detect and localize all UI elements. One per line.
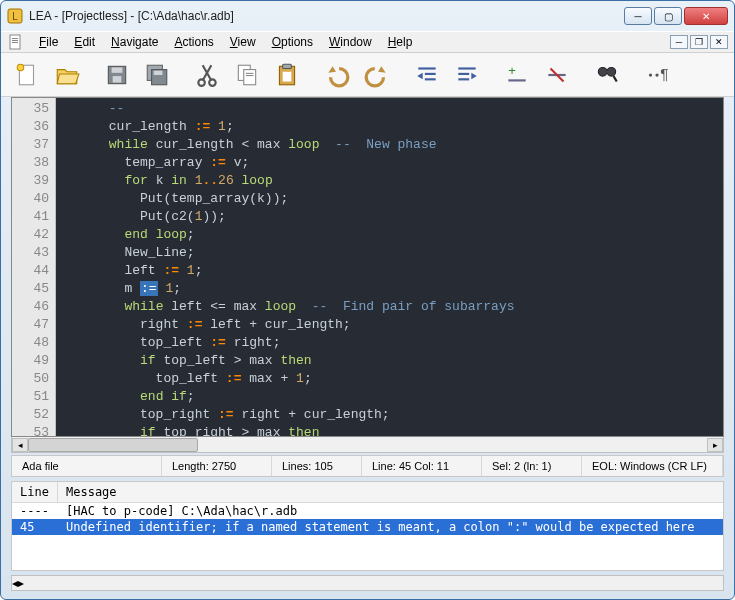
menu-window[interactable]: Window bbox=[321, 33, 380, 51]
svg-text:¶: ¶ bbox=[660, 65, 668, 82]
message-panel: Line Message ----[HAC to p-code] C:\Ada\… bbox=[11, 481, 724, 571]
toolbar: + ¶ bbox=[1, 53, 734, 97]
svg-rect-27 bbox=[458, 72, 469, 74]
code-editor[interactable]: 3536373839404142434445464748495051525354… bbox=[11, 97, 724, 437]
message-rows: ----[HAC to p-code] C:\Ada\hac\r.adb45Un… bbox=[12, 503, 723, 570]
menubar: File Edit Navigate Actions View Options … bbox=[1, 31, 734, 53]
svg-rect-23 bbox=[418, 67, 435, 69]
statusbar: Ada file Length: 2750 Lines: 105 Line: 4… bbox=[11, 455, 724, 477]
svg-point-35 bbox=[649, 73, 652, 76]
menu-options[interactable]: Options bbox=[264, 33, 321, 51]
svg-point-36 bbox=[655, 73, 658, 76]
messages-header-message[interactable]: Message bbox=[58, 482, 723, 502]
app-icon: L bbox=[7, 8, 23, 24]
scroll-left-button[interactable]: ◂ bbox=[12, 438, 28, 452]
menu-help[interactable]: Help bbox=[380, 33, 421, 51]
svg-rect-28 bbox=[458, 78, 469, 80]
messages-header-line[interactable]: Line bbox=[12, 482, 58, 502]
save-all-button[interactable] bbox=[139, 57, 175, 93]
message-row[interactable]: 45Undefined identifier; if a named state… bbox=[12, 519, 723, 535]
app-window: L LEA - [Projectless] - [C:\Ada\hac\r.ad… bbox=[0, 0, 735, 600]
svg-rect-22 bbox=[283, 71, 292, 81]
titlebar[interactable]: L LEA - [Projectless] - [C:\Ada\hac\r.ad… bbox=[1, 1, 734, 31]
svg-rect-25 bbox=[425, 78, 436, 80]
svg-text:L: L bbox=[12, 11, 18, 22]
maximize-button[interactable]: ▢ bbox=[654, 7, 682, 25]
status-selection: Sel: 2 (ln: 1) bbox=[482, 456, 582, 476]
svg-rect-21 bbox=[283, 64, 292, 68]
messages-hscrollbar[interactable]: ◂ ▸ bbox=[11, 575, 724, 591]
svg-point-33 bbox=[607, 67, 616, 76]
svg-point-7 bbox=[17, 64, 24, 70]
svg-point-32 bbox=[598, 67, 607, 76]
cut-button[interactable] bbox=[189, 57, 225, 93]
scroll-thumb[interactable] bbox=[28, 438, 198, 452]
svg-rect-5 bbox=[12, 42, 18, 43]
svg-rect-4 bbox=[12, 40, 18, 41]
mdi-close-button[interactable]: ✕ bbox=[710, 35, 728, 49]
copy-button[interactable] bbox=[229, 57, 265, 93]
svg-rect-9 bbox=[112, 67, 123, 72]
menu-file[interactable]: File bbox=[31, 33, 66, 51]
indent-button[interactable] bbox=[409, 57, 445, 93]
svg-point-15 bbox=[209, 79, 216, 86]
editor-hscrollbar[interactable]: ◂ ▸ bbox=[11, 437, 724, 453]
status-lines: Lines: 105 bbox=[272, 456, 362, 476]
menu-view[interactable]: View bbox=[222, 33, 264, 51]
svg-rect-10 bbox=[113, 76, 122, 83]
open-file-button[interactable] bbox=[49, 57, 85, 93]
outdent-button[interactable] bbox=[449, 57, 485, 93]
svg-rect-34 bbox=[606, 70, 608, 72]
close-button[interactable]: ✕ bbox=[684, 7, 728, 25]
svg-rect-17 bbox=[244, 69, 256, 84]
status-eol: EOL: Windows (CR LF) bbox=[582, 456, 723, 476]
window-title: LEA - [Projectless] - [C:\Ada\hac\r.adb] bbox=[29, 9, 624, 23]
mdi-restore-button[interactable]: ❐ bbox=[690, 35, 708, 49]
code-area[interactable]: -- cur_length := 1; while cur_length < m… bbox=[56, 98, 723, 436]
line-gutter[interactable]: 3536373839404142434445464748495051525354… bbox=[12, 98, 56, 436]
svg-text:+: + bbox=[508, 63, 516, 78]
mdi-minimize-button[interactable]: ─ bbox=[670, 35, 688, 49]
document-icon bbox=[7, 34, 23, 50]
status-position: Line: 45 Col: 11 bbox=[362, 456, 482, 476]
uncomment-button[interactable] bbox=[539, 57, 575, 93]
save-button[interactable] bbox=[99, 57, 135, 93]
new-file-button[interactable] bbox=[9, 57, 45, 93]
comment-button[interactable]: + bbox=[499, 57, 535, 93]
svg-rect-13 bbox=[154, 70, 163, 74]
show-special-button[interactable]: ¶ bbox=[639, 57, 675, 93]
paste-button[interactable] bbox=[269, 57, 305, 93]
redo-button[interactable] bbox=[359, 57, 395, 93]
menu-navigate[interactable]: Navigate bbox=[103, 33, 166, 51]
minimize-button[interactable]: ─ bbox=[624, 7, 652, 25]
menu-actions[interactable]: Actions bbox=[166, 33, 221, 51]
svg-rect-3 bbox=[12, 38, 18, 39]
status-filetype: Ada file bbox=[12, 456, 162, 476]
svg-rect-19 bbox=[246, 75, 254, 76]
svg-rect-24 bbox=[425, 72, 436, 74]
scroll-right-button[interactable]: ▸ bbox=[707, 438, 723, 452]
status-length: Length: 2750 bbox=[162, 456, 272, 476]
svg-rect-26 bbox=[458, 67, 475, 69]
undo-button[interactable] bbox=[319, 57, 355, 93]
svg-rect-30 bbox=[508, 79, 525, 81]
svg-point-14 bbox=[198, 79, 205, 86]
message-row[interactable]: ----[HAC to p-code] C:\Ada\hac\r.adb bbox=[12, 503, 723, 519]
find-button[interactable] bbox=[589, 57, 625, 93]
msg-scroll-right-button[interactable]: ▸ bbox=[18, 576, 24, 590]
svg-rect-18 bbox=[246, 72, 254, 73]
menu-edit[interactable]: Edit bbox=[66, 33, 103, 51]
